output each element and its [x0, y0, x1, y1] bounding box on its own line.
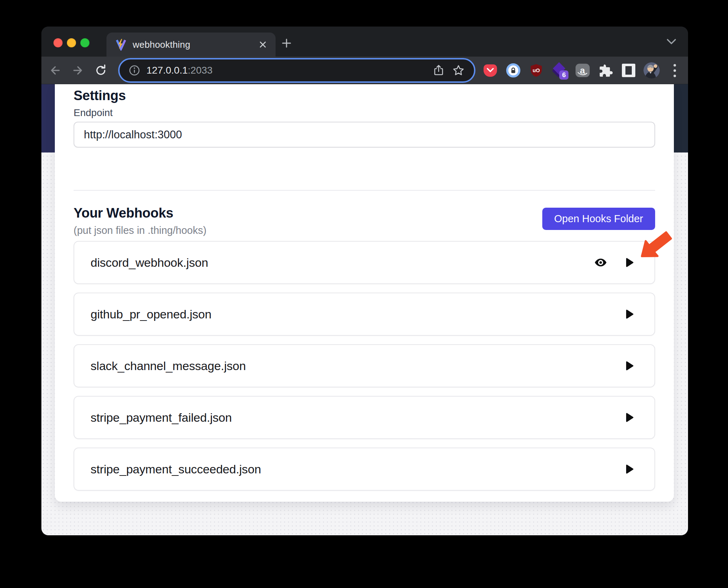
- webhooks-heading: Your Webhooks: [74, 205, 207, 221]
- url-text: 127.0.0.1:2033: [146, 65, 213, 76]
- amazon-extension-icon[interactable]: a: [574, 62, 591, 79]
- reload-button[interactable]: [94, 63, 108, 77]
- tab-close-icon[interactable]: [257, 39, 268, 50]
- site-info-icon[interactable]: [128, 64, 141, 77]
- svg-text:uO: uO: [533, 68, 540, 73]
- play-icon[interactable]: [623, 255, 637, 270]
- back-button[interactable]: [48, 63, 62, 77]
- webhook-row: discord_webhook.json: [74, 241, 655, 284]
- ublock-extension-icon[interactable]: uO: [528, 62, 544, 79]
- webhook-filename: github_pr_opened.json: [91, 307, 623, 321]
- webhook-actions: [623, 462, 637, 476]
- webhook-row: slack_channel_message.json: [74, 344, 655, 387]
- zoom-window-button[interactable]: [80, 38, 89, 47]
- url-host: 127.0.0.1: [146, 65, 188, 76]
- main-card: Settings Endpoint Your Webhooks (put jso…: [55, 84, 674, 502]
- browser-menu-kebab-icon[interactable]: [666, 62, 683, 79]
- settings-heading: Settings: [74, 87, 655, 104]
- webhook-actions: [623, 307, 637, 321]
- extension-badge: 6: [559, 70, 568, 80]
- webhook-actions: [623, 410, 637, 425]
- endpoint-input[interactable]: [74, 122, 655, 148]
- webhook-row: stripe_payment_succeeded.json: [74, 448, 655, 491]
- play-icon[interactable]: [623, 462, 637, 476]
- webhook-filename: stripe_payment_succeeded.json: [91, 462, 623, 476]
- play-icon[interactable]: [623, 410, 637, 425]
- open-hooks-folder-button[interactable]: Open Hooks Folder: [542, 208, 655, 230]
- eye-icon[interactable]: [594, 255, 608, 270]
- webhook-filename: discord_webhook.json: [91, 256, 594, 270]
- webhook-filename: slack_channel_message.json: [91, 359, 623, 373]
- traffic-lights: [53, 38, 89, 47]
- password-lock-extension-icon[interactable]: [505, 62, 521, 79]
- tab-search-chevron-icon[interactable]: [665, 37, 678, 46]
- tab-webhookthing[interactable]: webhookthing: [106, 33, 276, 57]
- webhook-list: discord_webhook.json github_pr_opened.js…: [74, 241, 655, 491]
- pocket-extension-icon[interactable]: [482, 62, 498, 79]
- play-icon[interactable]: [623, 359, 637, 373]
- extension-cluster: uO 6 a: [482, 57, 683, 84]
- forward-button[interactable]: [71, 63, 85, 77]
- share-icon[interactable]: [432, 63, 446, 77]
- url-bar[interactable]: 127.0.0.1:2033: [118, 58, 475, 83]
- webhooks-titles: Your Webhooks (put json files in .thing/…: [74, 205, 207, 237]
- endpoint-label: Endpoint: [74, 107, 655, 119]
- tab-strip: webhookthing: [41, 27, 688, 57]
- extensions-puzzle-icon[interactable]: [597, 62, 614, 79]
- page-viewport: Settings Endpoint Your Webhooks (put jso…: [41, 84, 688, 535]
- browser-window: webhookthing: [41, 27, 688, 535]
- play-icon[interactable]: [623, 307, 637, 321]
- diamond-extension-icon[interactable]: 6: [551, 62, 567, 79]
- url-port: :2033: [188, 65, 213, 76]
- webhook-row: github_pr_opened.json: [74, 293, 655, 336]
- tab-title: webhookthing: [133, 39, 252, 50]
- new-tab-button[interactable]: [277, 34, 296, 52]
- webhooks-header: Your Webhooks (put json files in .thing/…: [74, 205, 655, 237]
- webhook-actions: [594, 255, 637, 270]
- section-divider: [74, 190, 655, 191]
- webhook-row: stripe_payment_failed.json: [74, 396, 655, 439]
- bookmark-star-icon[interactable]: [451, 63, 466, 77]
- sidebar-toggle-icon[interactable]: [620, 62, 637, 79]
- minimize-window-button[interactable]: [67, 38, 76, 47]
- profile-avatar[interactable]: [643, 62, 660, 79]
- close-window-button[interactable]: [53, 38, 63, 47]
- webhooks-subtitle: (put json files in .thing/hooks): [74, 224, 207, 237]
- webhookthing-favicon-icon: [115, 39, 127, 51]
- webhook-filename: stripe_payment_failed.json: [91, 411, 623, 425]
- webhook-actions: [623, 359, 637, 373]
- browser-toolbar: 127.0.0.1:2033: [41, 57, 688, 84]
